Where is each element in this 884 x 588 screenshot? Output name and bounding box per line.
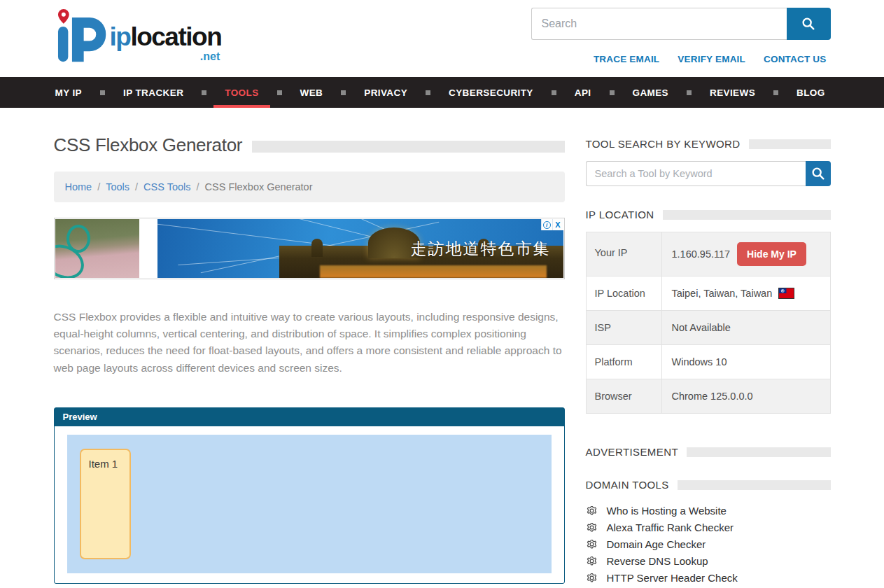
nav-separator (552, 90, 556, 95)
domain-tools-heading: DOMAIN TOOLS (586, 479, 669, 491)
advertisement-heading: ADVERTISEMENT (586, 446, 678, 458)
breadcrumb-link-home[interactable]: Home (65, 181, 92, 192)
search-icon (801, 16, 816, 31)
logo-text-location: location (130, 22, 221, 51)
ip-row-value: Windows 10 (662, 345, 830, 379)
ad-close-icon[interactable]: X (552, 219, 563, 230)
heading-decoration-bar (749, 139, 831, 149)
heading-decoration-bar (663, 210, 831, 220)
flexbox-preview-container: Item 1 (67, 435, 552, 573)
domain-tool-link-who-is-hosting-a-website[interactable]: Who is Hosting a Website (586, 502, 831, 519)
domain-tool-label: Domain Age Checker (607, 538, 706, 550)
domain-tool-link-http-server-header-check[interactable]: HTTP Server Header Check (586, 569, 831, 586)
nav-item-cybersecurity[interactable]: CYBERSECURITY (447, 77, 535, 108)
domain-tool-link-domain-age-checker[interactable]: Domain Age Checker (586, 536, 831, 552)
ip-table-row-platform: PlatformWindows 10 (587, 345, 830, 379)
nav-separator (773, 90, 778, 95)
gear-icon (586, 555, 598, 567)
nav-item-blog[interactable]: BLOG (795, 77, 827, 108)
nav-separator (202, 90, 206, 95)
domain-tool-label: Alexa Traffic Rank Checker (607, 522, 734, 533)
domain-tool-label: Reverse DNS Lookup (607, 555, 708, 567)
ip-row-value: Taipei, Taiwan, Taiwan (662, 276, 830, 310)
top-link-verify-email[interactable]: VERIFY EMAIL (678, 54, 745, 64)
ip-row-label: Browser (587, 379, 662, 413)
ip-row-value: Chrome 125.0.0.0 (662, 379, 830, 413)
logo-text-net: .net (110, 51, 222, 62)
tool-search-input[interactable] (586, 161, 806, 186)
ad-info-icon[interactable]: i (541, 219, 552, 230)
nav-item-web[interactable]: WEB (299, 77, 325, 108)
nav-separator (100, 90, 105, 95)
main-column: CSS Flexbox Generator Home/Tools/CSS Too… (54, 134, 565, 588)
ad-image-right[interactable]: 走訪地道特色市集 (157, 219, 563, 278)
nav-item-privacy[interactable]: PRIVACY (363, 77, 409, 108)
nav-item-my-ip[interactable]: MY IP (54, 77, 84, 108)
main-nav-list: MY IPIP TRACKERTOOLSWEBPRIVACYCYBERSECUR… (54, 77, 827, 108)
flexbox-preview-item: Item 1 (80, 449, 131, 559)
preview-panel-body: Item 1 (55, 426, 564, 583)
main-nav: MY IPIP TRACKERTOOLSWEBPRIVACYCYBERSECUR… (0, 77, 884, 108)
heading-decoration-bar (678, 480, 831, 490)
nav-item-tools[interactable]: TOOLS (223, 77, 260, 108)
nav-separator (426, 90, 430, 95)
nav-separator (687, 90, 692, 95)
nav-item-api[interactable]: API (573, 77, 593, 108)
ip-table-row-browser: BrowserChrome 125.0.0.0 (587, 379, 830, 413)
ip-location-heading: IP LOCATION (586, 209, 654, 220)
ip-table-row-ip-location: IP LocationTaipei, Taiwan, Taiwan (587, 276, 830, 311)
ip-row-label: Your IP (587, 232, 662, 276)
nav-item-reviews[interactable]: REVIEWS (708, 77, 757, 108)
gear-icon (586, 538, 598, 550)
tool-search (586, 161, 831, 186)
ad-caption: 走訪地道特色市集 (411, 238, 551, 260)
tool-search-button[interactable] (806, 161, 831, 186)
ad-image-left[interactable] (55, 219, 139, 278)
logo-ip-mark-icon (54, 8, 107, 63)
nav-item-ip-tracker[interactable]: IP TRACKER (122, 77, 185, 108)
tool-search-heading: TOOL SEARCH BY KEYWORD (586, 138, 741, 150)
domain-tool-label: HTTP Server Header Check (607, 572, 738, 584)
breadcrumb-separator: / (197, 181, 199, 192)
ip-table-row-your-ip: Your IP1.160.95.117Hide My IP (587, 232, 830, 276)
ip-row-label: Platform (587, 345, 662, 379)
ip-row-label: ISP (587, 311, 662, 344)
heading-decoration-bar (687, 447, 831, 457)
search-icon (811, 166, 826, 181)
ip-row-label: IP Location (587, 276, 662, 310)
ip-location-table: Your IP1.160.95.117Hide My IPIP Location… (586, 232, 831, 414)
nav-separator (610, 90, 615, 95)
top-link-trace-email[interactable]: TRACE EMAIL (594, 54, 659, 64)
preview-panel-header: Preview (55, 408, 564, 426)
breadcrumb-link-tools[interactable]: Tools (106, 181, 129, 192)
tool-description: CSS Flexbox provides a flexible and intu… (54, 309, 565, 377)
ip-row-value: 1.160.95.117Hide My IP (662, 232, 830, 276)
site-header: iplocation .net TRACE EMAILVERIFY EMAILC… (0, 0, 884, 77)
breadcrumb: Home/Tools/CSS Tools/CSS Flexbox Generat… (54, 172, 565, 202)
nav-item-games[interactable]: GAMES (631, 77, 671, 108)
header-search-button[interactable] (787, 8, 831, 40)
header-search-input[interactable] (531, 8, 787, 40)
gear-icon (586, 572, 598, 584)
logo-text-ip: ip (110, 22, 131, 51)
header-search (531, 8, 831, 40)
gear-icon (586, 522, 598, 533)
gear-icon (586, 505, 598, 517)
domain-tool-label: Who is Hosting a Website (607, 505, 727, 517)
nav-separator (341, 90, 346, 95)
site-logo[interactable]: iplocation .net (54, 8, 222, 63)
page-title: CSS Flexbox Generator (54, 134, 243, 156)
preview-panel: Preview Item 1 (54, 407, 565, 584)
taiwan-flag-icon (779, 288, 794, 298)
domain-tool-link-reverse-dns-lookup[interactable]: Reverse DNS Lookup (586, 552, 831, 569)
header-top-links: TRACE EMAILVERIFY EMAILCONTACT US (594, 54, 831, 64)
logo-text: iplocation .net (110, 8, 222, 62)
domain-tool-link-alexa-traffic-rank-checker[interactable]: Alexa Traffic Rank Checker (586, 519, 831, 536)
hide-my-ip-button[interactable]: Hide My IP (737, 242, 806, 266)
top-link-contact-us[interactable]: CONTACT US (764, 54, 827, 64)
title-decoration-bar (252, 141, 564, 153)
breadcrumb-link-css-tools[interactable]: CSS Tools (143, 181, 190, 192)
breadcrumb-separator: / (135, 181, 138, 192)
ip-row-value: Not Available (662, 311, 830, 344)
breadcrumb-separator: / (97, 181, 100, 192)
